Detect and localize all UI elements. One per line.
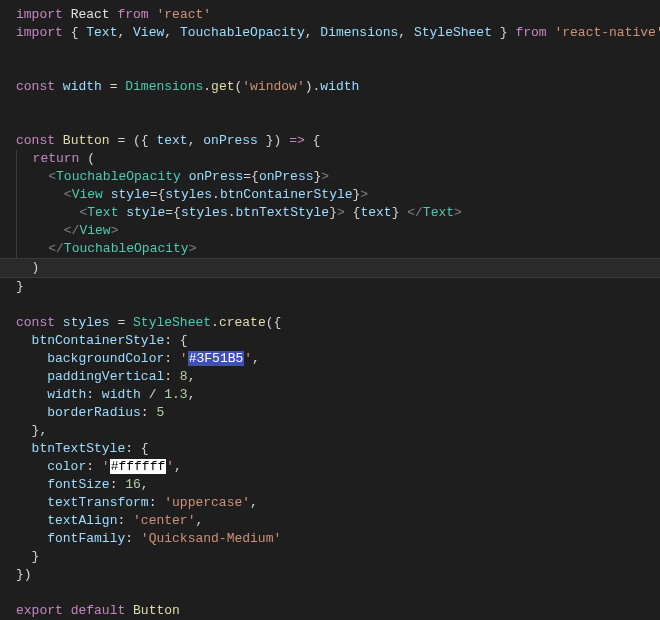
code-line[interactable]: width: width / 1.3, (12, 386, 660, 404)
code-line[interactable]: borderRadius: 5 (12, 404, 660, 422)
selection-highlight: #ffffff (110, 459, 167, 474)
code-line[interactable]: color: '#ffffff', (12, 458, 660, 476)
code-line[interactable]: } (12, 278, 660, 296)
code-line[interactable]: <Text style={styles.btnTextStyle}> {text… (16, 204, 660, 222)
blank-line[interactable] (12, 296, 660, 314)
code-line[interactable]: const styles = StyleSheet.create({ (12, 314, 660, 332)
code-line[interactable]: backgroundColor: '#3F51B5', (12, 350, 660, 368)
blank-line[interactable] (12, 114, 660, 132)
code-line[interactable]: </TouchableOpacity> (16, 240, 660, 258)
code-line[interactable]: fontSize: 16, (12, 476, 660, 494)
code-editor[interactable]: import React from 'react' import { Text,… (12, 6, 660, 620)
cursor-line[interactable]: ) (0, 258, 660, 278)
blank-line[interactable] (12, 584, 660, 602)
code-line[interactable]: const Button = ({ text, onPress }) => { (12, 132, 660, 150)
code-line[interactable]: import { Text, View, TouchableOpacity, D… (12, 24, 660, 42)
jsx-tag: TouchableOpacity (56, 169, 181, 184)
code-line[interactable]: const width = Dimensions.get('window').w… (12, 78, 660, 96)
code-line[interactable]: <TouchableOpacity onPress={onPress}> (16, 168, 660, 186)
blank-line[interactable] (12, 60, 660, 78)
code-line[interactable]: textTransform: 'uppercase', (12, 494, 660, 512)
string-literal: 'react' (156, 7, 211, 22)
code-line[interactable]: } (12, 548, 660, 566)
code-line[interactable]: paddingVertical: 8, (12, 368, 660, 386)
selection-highlight: #3F51B5 (188, 351, 245, 366)
code-line[interactable]: export default Button (12, 602, 660, 620)
keyword-from: from (117, 7, 148, 22)
identifier: React (71, 7, 110, 22)
keyword-import: import (16, 7, 63, 22)
code-line[interactable]: </View> (16, 222, 660, 240)
blank-line[interactable] (12, 42, 660, 60)
code-line[interactable]: import React from 'react' (12, 6, 660, 24)
code-line[interactable]: return ( (16, 150, 660, 168)
keyword-import: import (16, 25, 63, 40)
code-line[interactable]: btnContainerStyle: { (12, 332, 660, 350)
code-line[interactable]: }, (12, 422, 660, 440)
code-line[interactable]: }) (12, 566, 660, 584)
code-line[interactable]: btnTextStyle: { (12, 440, 660, 458)
code-line[interactable]: fontFamily: 'Quicksand-Medium' (12, 530, 660, 548)
code-line[interactable]: <View style={styles.btnContainerStyle}> (16, 186, 660, 204)
code-line[interactable]: textAlign: 'center', (12, 512, 660, 530)
blank-line[interactable] (12, 96, 660, 114)
